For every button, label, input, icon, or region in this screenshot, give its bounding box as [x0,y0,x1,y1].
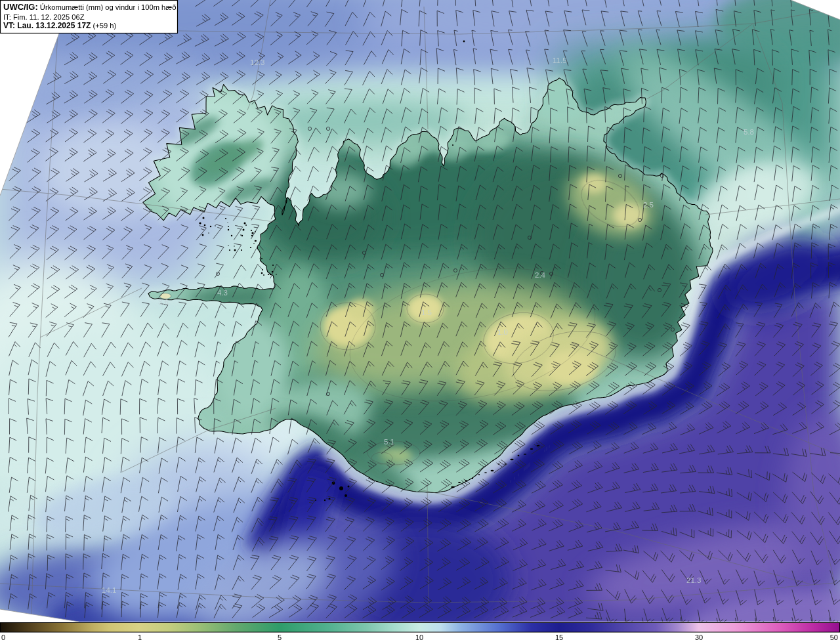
svg-text:10: 10 [415,633,423,641]
svg-text:3.6: 3.6 [158,298,169,306]
svg-text:14.1: 14.1 [102,586,116,594]
svg-text:2.4: 2.4 [535,271,546,279]
svg-text:2.5: 2.5 [643,201,654,209]
svg-text:UWC/IG: Úrkomumætti (mm) og vi: UWC/IG: Úrkomumætti (mm) og vindur i 100… [3,2,176,12]
svg-text:30: 30 [695,633,703,641]
svg-text:15: 15 [555,633,563,641]
svg-text:5: 5 [278,633,282,641]
svg-text:VT: Lau. 13.12.2025 17Z (+59 h: VT: Lau. 13.12.2025 17Z (+59 h) [3,21,117,30]
svg-text:5.1: 5.1 [384,438,394,446]
svg-text:5.8: 5.8 [744,128,754,136]
svg-text:50: 50 [830,633,838,641]
svg-text:12.3: 12.3 [250,58,264,66]
svg-text:1: 1 [138,633,142,641]
svg-text:IT: Fim. 11. 12. 2025 06Z: IT: Fim. 11. 12. 2025 06Z [3,13,85,21]
svg-text:1.0: 1.0 [497,328,508,336]
svg-text:11.5: 11.5 [553,56,567,64]
svg-text:4.3: 4.3 [217,289,228,297]
svg-text:0: 0 [1,633,5,641]
svg-text:21.3: 21.3 [686,576,701,584]
svg-text:1.5: 1.5 [421,309,432,316]
